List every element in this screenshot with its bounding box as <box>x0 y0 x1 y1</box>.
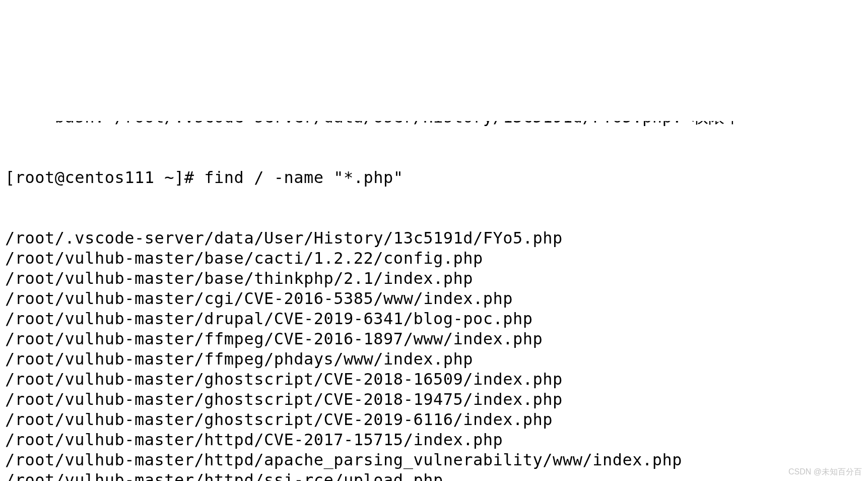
command-text: find / -name "*.php" <box>204 168 403 187</box>
output-line: /root/.vscode-server/data/User/History/1… <box>5 228 863 248</box>
output-line: /root/vulhub-master/ghostscript/CVE-2018… <box>5 389 863 409</box>
terminal-window[interactable]: -bash: /root/.vscode-server/data/User/Hi… <box>5 81 863 481</box>
output-line: /root/vulhub-master/base/cacti/1.2.22/co… <box>5 248 863 268</box>
output-line: /root/vulhub-master/ghostscript/CVE-2019… <box>5 409 863 430</box>
output-line: /root/vulhub-master/httpd/CVE-2017-15715… <box>5 430 863 450</box>
command-line: [root@centos111 ~]# find / -name "*.php" <box>5 167 863 188</box>
output-line: /root/vulhub-master/httpd/ssi-rce/upload… <box>5 470 863 481</box>
output-line: /root/vulhub-master/cgi/CVE-2016-5385/ww… <box>5 288 863 309</box>
watermark-text: CSDN @未知百分百 <box>788 467 862 477</box>
partial-previous-line: -bash: /root/.vscode-server/data/User/Hi… <box>5 121 863 127</box>
output-line: /root/vulhub-master/httpd/apache_parsing… <box>5 450 863 470</box>
output-line: /root/vulhub-master/base/thinkphp/2.1/in… <box>5 268 863 288</box>
output-line: /root/vulhub-master/drupal/CVE-2019-6341… <box>5 309 863 329</box>
output-line: /root/vulhub-master/ffmpeg/CVE-2016-1897… <box>5 329 863 349</box>
shell-prompt: [root@centos111 ~]# <box>5 168 204 187</box>
command-output: /root/.vscode-server/data/User/History/1… <box>5 228 863 481</box>
output-line: /root/vulhub-master/ffmpeg/phdays/www/in… <box>5 349 863 369</box>
output-line: /root/vulhub-master/ghostscript/CVE-2018… <box>5 369 863 389</box>
